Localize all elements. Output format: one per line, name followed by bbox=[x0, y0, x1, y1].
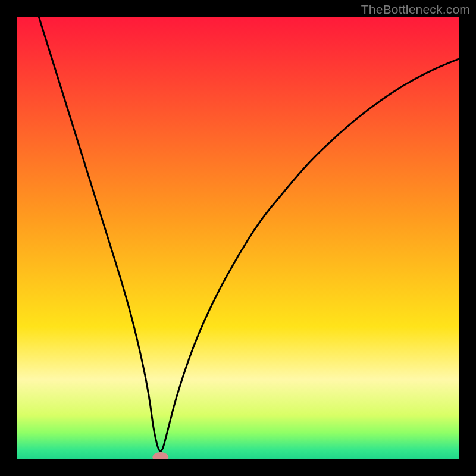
chart-frame bbox=[17, 17, 459, 459]
bottleneck-chart bbox=[17, 17, 459, 459]
watermark-label: TheBottleneck.com bbox=[361, 2, 470, 17]
chart-background-gradient bbox=[17, 17, 459, 459]
